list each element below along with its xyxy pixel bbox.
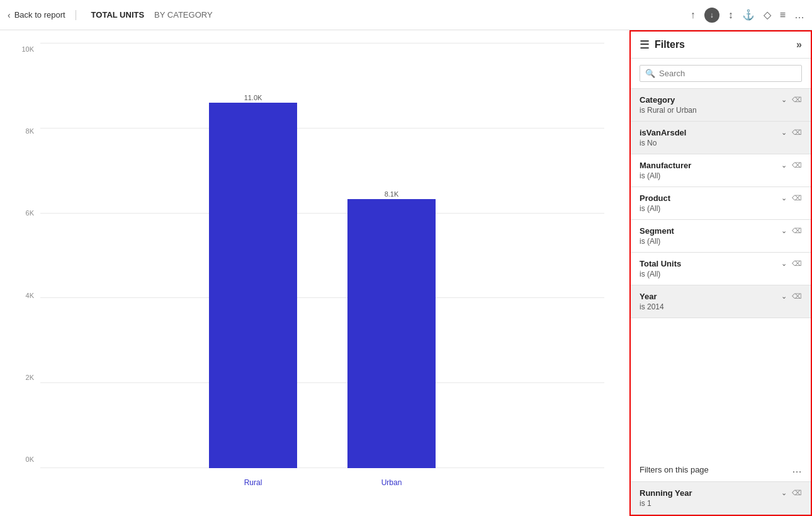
bar-rural[interactable] <box>209 103 297 468</box>
filter-actions-running-year: ⌄ ⌫ <box>781 489 802 497</box>
filter-value-product: is (All) <box>640 204 802 213</box>
filter-clear-running-year[interactable]: ⌫ <box>792 489 802 497</box>
filter-value-category: is Rural or Urban <box>640 106 802 115</box>
filter-chevron-year[interactable]: ⌄ <box>781 292 787 301</box>
filters-title: Filters <box>655 39 685 50</box>
back-chevron-icon: ‹ <box>8 10 11 20</box>
bar-label-rural-top: 11.0K <box>244 94 262 101</box>
filter-item-category-header: Category ⌄ ⌫ <box>640 95 802 105</box>
filter-item-category[interactable]: Category ⌄ ⌫ is Rural or Urban <box>631 89 811 122</box>
sort-asc-icon[interactable]: ↑ <box>691 9 696 21</box>
filter-value-year: is 2014 <box>640 302 802 311</box>
chart-area: 0K 2K 4K 6K 8K 10K <box>0 30 629 516</box>
filter-clear-category[interactable]: ⌫ <box>792 96 802 104</box>
bar-urban[interactable] <box>347 199 436 468</box>
lines-icon[interactable]: ≡ <box>780 9 786 21</box>
bar-group-rural: 11.0K <box>209 94 297 468</box>
filter-clear-total-units[interactable]: ⌫ <box>792 260 802 268</box>
y-label-2k: 2K <box>13 374 38 381</box>
filters-collapse-button[interactable]: » <box>796 39 802 50</box>
main-content: 0K 2K 4K 6K 8K 10K <box>0 30 812 516</box>
filter-chevron-product[interactable]: ⌄ <box>781 194 787 202</box>
filter-name-isvanarsdel: isVanArsdel <box>640 128 686 137</box>
sort-both-icon[interactable]: ↕ <box>728 9 733 21</box>
filter-name-category: Category <box>640 95 675 105</box>
filter-name-product: Product <box>640 193 670 203</box>
filter-item-segment[interactable]: Segment ⌄ ⌫ is (All) <box>631 220 811 253</box>
filter-actions-total-units: ⌄ ⌫ <box>781 260 802 268</box>
search-box: 🔍 <box>640 65 802 82</box>
filter-clear-isvanarsdel[interactable]: ⌫ <box>792 129 802 137</box>
filter-chevron-total-units[interactable]: ⌄ <box>781 260 787 268</box>
chart-container: 0K 2K 4K 6K 8K 10K <box>13 43 604 491</box>
filter-chevron-running-year[interactable]: ⌄ <box>781 489 787 497</box>
filter-item-total-units[interactable]: Total Units ⌄ ⌫ is (All) <box>631 253 811 285</box>
page-subtitle: BY CATEGORY <box>154 10 212 20</box>
filter-clear-year[interactable]: ⌫ <box>792 292 802 301</box>
search-icon: 🔍 <box>645 69 655 78</box>
filter-value-manufacturer: is (All) <box>640 171 802 180</box>
filter-item-product[interactable]: Product ⌄ ⌫ is (All) <box>631 187 811 220</box>
filter-item-manufacturer-header: Manufacturer ⌄ ⌫ <box>640 161 802 170</box>
filter-item-running-year-header: Running Year ⌄ ⌫ <box>640 488 802 498</box>
filter-value-segment: is (All) <box>640 237 802 246</box>
back-label: Back to report <box>14 10 65 20</box>
filter-value-total-units: is (All) <box>640 270 802 278</box>
toolbar: ‹ Back to report TOTAL UNITS BY CATEGORY… <box>0 0 812 30</box>
filter-item-segment-header: Segment ⌄ ⌫ <box>640 226 802 236</box>
filters-title-group: ☰ Filters <box>640 38 685 52</box>
filter-item-isvanarsdel[interactable]: isVanArsdel ⌄ ⌫ is No <box>631 122 811 154</box>
y-label-10k: 10K <box>13 45 38 53</box>
filters-search: 🔍 <box>631 59 811 89</box>
filter-name-running-year: Running Year <box>640 488 692 498</box>
filters-page-dots[interactable]: … <box>792 464 802 475</box>
filter-actions-product: ⌄ ⌫ <box>781 194 802 202</box>
filters-list: Category ⌄ ⌫ is Rural or Urban isVanArsd… <box>631 89 811 457</box>
y-axis: 0K 2K 4K 6K 8K 10K <box>13 43 38 466</box>
y-label-8k: 8K <box>13 127 38 135</box>
sort-desc-icon[interactable]: ↓ <box>704 8 719 23</box>
filter-name-segment: Segment <box>640 226 674 236</box>
filter-actions-manufacturer: ⌄ ⌫ <box>781 161 802 169</box>
search-input[interactable] <box>659 69 796 78</box>
filter-actions-isvanarsdel: ⌄ ⌫ <box>781 129 802 137</box>
more-icon[interactable]: … <box>794 9 804 21</box>
filters-panel: ☰ Filters » 🔍 Category ⌄ ⌫ i <box>629 30 812 516</box>
filter-name-manufacturer: Manufacturer <box>640 161 691 170</box>
filter-item-year[interactable]: Year ⌄ ⌫ is 2014 <box>631 285 811 318</box>
filter-name-total-units: Total Units <box>640 259 681 268</box>
filter-actions-segment: ⌄ ⌫ <box>781 227 802 235</box>
bars-area: 11.0K 8.1K <box>40 43 604 468</box>
filter-item-running-year[interactable]: Running Year ⌄ ⌫ is 1 <box>631 482 811 515</box>
anchor-icon[interactable]: ⚓ <box>742 9 755 21</box>
filters-page-label: Filters on this page <box>640 465 709 474</box>
diamond-icon[interactable]: ◇ <box>764 9 771 21</box>
filter-clear-segment[interactable]: ⌫ <box>792 227 802 235</box>
chart-inner: 11.0K 8.1K Rural Urban <box>40 43 604 491</box>
filter-chevron-isvanarsdel[interactable]: ⌄ <box>781 129 787 137</box>
chart-svg-wrapper: 0K 2K 4K 6K 8K 10K <box>13 43 604 491</box>
back-to-report-button[interactable]: ‹ Back to report <box>8 10 76 20</box>
filter-value-isvanarsdel: is No <box>640 139 802 147</box>
page-title: TOTAL UNITS <box>91 10 145 20</box>
filter-item-manufacturer[interactable]: Manufacturer ⌄ ⌫ is (All) <box>631 154 811 187</box>
filter-item-product-header: Product ⌄ ⌫ <box>640 193 802 203</box>
filter-value-running-year: is 1 <box>640 499 802 508</box>
filter-item-total-units-header: Total Units ⌄ ⌫ <box>640 259 802 268</box>
filter-chevron-segment[interactable]: ⌄ <box>781 227 787 235</box>
filter-name-year: Year <box>640 292 657 301</box>
y-label-0k: 0K <box>13 456 38 463</box>
bar-label-urban-top: 8.1K <box>385 190 399 198</box>
x-label-rural: Rural <box>209 478 297 487</box>
filter-clear-product[interactable]: ⌫ <box>792 194 802 202</box>
filter-clear-manufacturer[interactable]: ⌫ <box>792 161 802 169</box>
filter-actions-category: ⌄ ⌫ <box>781 96 802 104</box>
filter-chevron-manufacturer[interactable]: ⌄ <box>781 161 787 169</box>
filters-page-section: Filters on this page … <box>631 457 811 482</box>
filter-chevron-category[interactable]: ⌄ <box>781 96 787 104</box>
x-label-urban: Urban <box>347 478 436 487</box>
filters-header: ☰ Filters » <box>631 32 811 59</box>
filter-item-isvanarsdel-header: isVanArsdel ⌄ ⌫ <box>640 128 802 137</box>
filter-item-year-header: Year ⌄ ⌫ <box>640 292 802 301</box>
x-labels: Rural Urban <box>40 478 604 487</box>
